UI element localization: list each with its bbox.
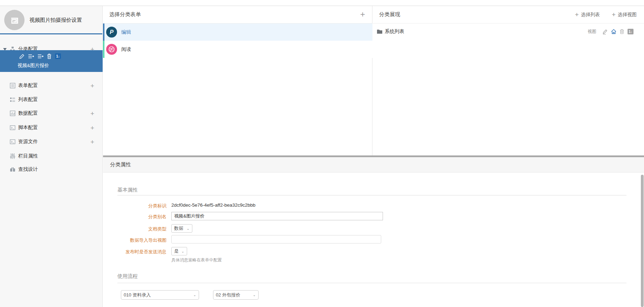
dribbble-icon [106,44,117,55]
sidebar-item-resource-files[interactable]: 资源文件 + [0,136,103,147]
trash-icon[interactable] [47,54,52,59]
sidebar: 视频图片拍摄报价设置 分类配置 + [0,6,103,307]
vertical-scrollbar[interactable] [641,175,644,307]
app-logo [4,10,25,30]
section-divider [117,283,626,283]
edit-pencil-icon[interactable] [19,54,25,59]
form-row-name[interactable]: 编辑 [121,29,131,35]
binoculars-icon [9,166,16,173]
add-script-button[interactable]: + [90,125,94,131]
edit-pencil-icon[interactable] [603,29,608,34]
chevron-down-icon: ⌄ [193,293,196,297]
sidebar-item-label: 栏目属性 [18,153,38,159]
add-form-row-button[interactable]: + [360,10,365,19]
select-list-button[interactable]: + 选择列表 [575,11,600,18]
sliders-icon [9,153,16,159]
sort-order-badge[interactable]: 1↓ [628,29,633,34]
select-value: 数据 [174,225,183,232]
trash-icon[interactable] [620,29,624,34]
chevron-down-icon: ⌄ [253,293,256,297]
plus-icon: + [612,11,616,18]
sidebar-header: 视频图片拍摄报价设置 [0,6,102,34]
move-down-list-icon[interactable] [37,54,43,59]
sort-order-badge[interactable]: 1↓ [55,53,61,59]
sidebar-item-label: 表单配置 [18,82,38,89]
category-form-panel-header: 选择分类表单 + [103,6,372,24]
select-value: 是 [174,248,179,254]
field-label-send-message: 发布时是否发送消息 [117,249,166,255]
import-export-view-input[interactable] [171,235,381,243]
category-alias-input[interactable] [171,212,383,220]
paypal-icon: P [106,27,117,38]
button-label: 选择视图 [618,12,637,18]
sidebar-item-data-config[interactable]: 数据配置 + [0,108,103,119]
sidebar-item-column-props[interactable]: 栏目属性 [0,151,103,162]
view-tag: 视图 [588,29,596,35]
panel-title: 分类展现 [379,11,400,18]
app-window: 视频图片拍摄报价设置 分类配置 + [0,0,644,307]
field-label-doc-type: 文档类型 [117,226,166,232]
sidebar-item-selected-category[interactable]: 1↓ 视频&图片报价 [0,50,103,72]
sidebar-item-list-config[interactable]: 列表配置 [0,94,103,105]
sidebar-item-search-design[interactable]: 查找设计 [0,164,103,175]
chevron-down-icon: ⌄ [187,227,190,231]
add-data-button[interactable]: + [90,110,94,117]
doc-type-select[interactable]: 数据 ⌄ [171,224,192,233]
selected-category-label: 视频&图片报价 [18,62,49,69]
sidebar-item-label: 资源文件 [18,139,38,145]
row-accent-bar [103,41,104,58]
field-label-category-alias: 分类别名 [117,214,166,220]
home-icon[interactable] [611,29,616,34]
form-row-edit[interactable]: P 编辑 2023-07-28 16:34:36 [103,24,372,41]
category-form-panel: 选择分类表单 + P 编辑 2023-07-28 16:34:36 [103,6,372,155]
panel-title: 分类属性 [110,161,131,168]
form-row-read[interactable]: 阅读 2023-07-28 17:02:36 [103,41,372,58]
sidebar-item-label: 列表配置 [18,96,38,103]
category-properties-header: 分类属性 [103,157,644,173]
terminal-icon [9,139,16,145]
send-message-helper-text: 具体消息策略在表单中配置 [171,257,222,263]
sidebar-item-label: 数据配置 [18,110,38,116]
category-display-panel-header: 分类展现 + 选择列表 + 选择视图 [373,6,644,24]
section-title-basic: 基本属性 [117,187,138,193]
sidebar-item-script-config[interactable]: 脚本配置 + [0,122,103,133]
send-message-select[interactable]: 是 ⌄ [171,247,187,255]
move-up-list-icon[interactable] [28,54,34,59]
form-icon [9,82,16,89]
app-title: 视频图片拍摄报价设置 [29,6,82,34]
field-label-import-export-view: 数据导入导出视图 [117,237,166,243]
flow-step-1-select[interactable]: 010 资料录入 ⌄ [121,290,199,300]
flow-step-2-select[interactable]: 02 外包报价 ⌄ [213,290,259,300]
chart-icon [9,110,16,116]
panel-title: 选择分类表单 [109,11,141,18]
add-form-button[interactable]: + [90,82,94,89]
system-list-row[interactable]: 系统列表 视图 1↓ [373,24,644,40]
top-strip [0,0,644,6]
chevron-down-icon: ⌄ [181,249,184,253]
add-resource-button[interactable]: + [90,139,94,145]
section-title-flow: 使用流程 [117,273,138,280]
select-value: 010 资料录入 [124,292,151,298]
plus-icon: + [575,11,579,18]
sidebar-item-form-config[interactable]: 表单配置 + [0,80,103,91]
form-row-name[interactable]: 阅读 [121,46,131,53]
category-display-panel: 分类展现 + 选择列表 + 选择视图 系统列表 视图 [373,6,644,155]
list-icon [9,96,16,103]
system-list-label: 系统列表 [385,28,404,35]
select-view-button[interactable]: + 选择视图 [612,11,637,18]
terminal-icon [9,125,16,131]
field-value-category-id: 2dcf0dec-5e76-4ef5-aff2-bea32c9c2bbb [171,202,255,208]
sidebar-item-label: 查找设计 [18,166,38,173]
row-accent-bar [103,24,104,41]
folder-icon [377,29,383,34]
brand-letter: P [110,29,114,35]
sidebar-item-label: 脚本配置 [18,125,38,131]
select-value: 02 外包报价 [216,292,240,298]
field-label-category-id: 分类标识 [117,203,166,209]
category-properties-panel: 分类属性 基本属性 分类标识 2dcf0dec-5e76-4ef5-aff2-b… [103,157,644,307]
section-divider [117,195,626,195]
spiral-logo-icon [9,15,20,25]
button-label: 选择列表 [581,12,600,18]
